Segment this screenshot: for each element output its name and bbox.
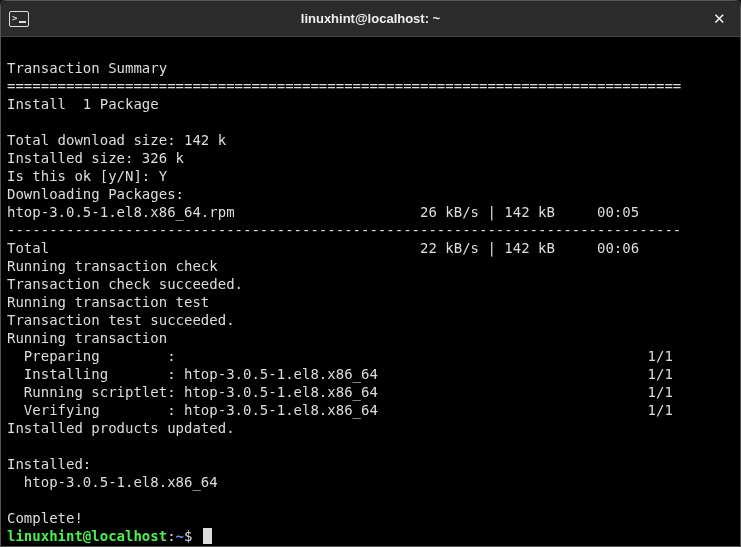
output-line: Transaction test succeeded.: [7, 312, 235, 328]
output-line: htop-3.0.5-1.el8.x86_64.rpm 26 kB/s | 14…: [7, 204, 673, 220]
output-line: Installed size: 326 k: [7, 150, 184, 166]
output-line: htop-3.0.5-1.el8.x86_64: [7, 474, 681, 490]
output-line: Running transaction: [7, 330, 167, 346]
output-line: Downloading Packages:: [7, 186, 184, 202]
output-line: Preparing : 1/1: [7, 348, 681, 364]
output-line: Total download size: 142 k: [7, 132, 226, 148]
output-line: Install 1 Package: [7, 96, 159, 112]
output-line: Installed products updated.: [7, 420, 235, 436]
prompt-colon: :: [167, 527, 175, 545]
titlebar: linuxhint@localhost: ~ ✕: [1, 1, 740, 37]
prompt-user-host: linuxhint@localhost: [7, 527, 167, 545]
output-line: Transaction Summary: [7, 60, 167, 76]
terminal-output[interactable]: Transaction Summary ====================…: [1, 37, 740, 546]
output-line: Complete!: [7, 510, 83, 526]
prompt-path: ~: [176, 527, 184, 545]
output-line: Installing : htop-3.0.5-1.el8.x86_64 1/1: [7, 366, 681, 382]
terminal-icon: [9, 11, 29, 27]
close-icon: ✕: [713, 10, 726, 28]
prompt-dollar: $: [184, 527, 201, 545]
output-line: Installed:: [7, 456, 91, 472]
prompt-line[interactable]: linuxhint@localhost:~$: [7, 527, 734, 545]
output-line: Running transaction test: [7, 294, 209, 310]
output-line: Transaction check succeeded.: [7, 276, 243, 292]
output-line: Total 22 kB/s | 142 kB 00:06: [7, 240, 681, 256]
output-line: ----------------------------------------…: [7, 222, 681, 238]
close-button[interactable]: ✕: [706, 6, 732, 32]
cursor: [203, 528, 212, 544]
terminal-window: linuxhint@localhost: ~ ✕ Transaction Sum…: [0, 0, 741, 547]
window-title: linuxhint@localhost: ~: [301, 11, 440, 26]
output-line: Is this ok [y/N]: Y: [7, 168, 167, 184]
output-line: Running scriptlet: htop-3.0.5-1.el8.x86_…: [7, 384, 681, 400]
output-line: ========================================…: [7, 78, 681, 94]
output-line: Verifying : htop-3.0.5-1.el8.x86_64 1/1: [7, 402, 681, 418]
output-line: Running transaction check: [7, 258, 218, 274]
